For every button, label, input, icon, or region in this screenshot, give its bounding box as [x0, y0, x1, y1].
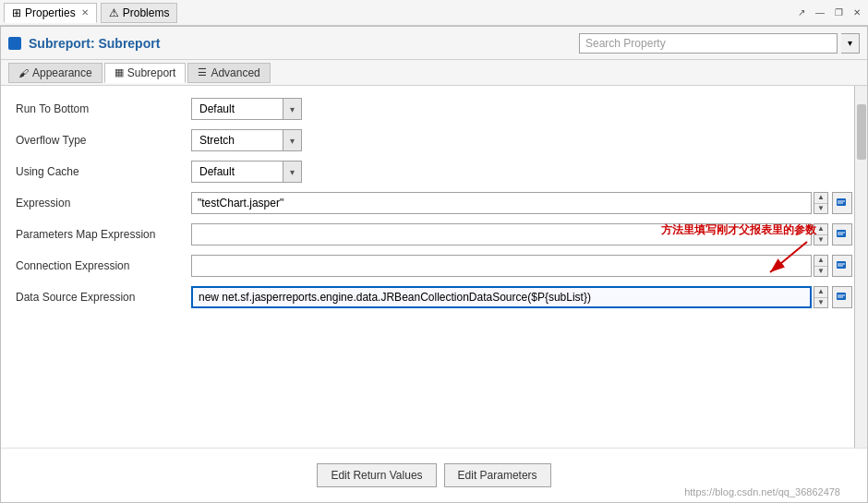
params-map-edit-icon	[836, 229, 849, 240]
expression-scroll-down[interactable]: ▼	[814, 204, 827, 214]
connection-expr-edit-icon	[836, 260, 849, 271]
watermark: https://blog.csdn.net/qq_36862478	[684, 486, 840, 497]
connection-expr-edit-button[interactable]	[832, 255, 852, 277]
run-to-bottom-row: Run To Bottom Default ▾	[16, 97, 852, 121]
overflow-type-label: Overflow Type	[16, 134, 191, 147]
using-cache-select[interactable]: Default ▾	[191, 161, 302, 183]
svg-rect-6	[837, 261, 846, 269]
data-source-expr-edit-icon	[836, 292, 849, 303]
using-cache-arrow[interactable]: ▾	[283, 162, 301, 182]
content-area: Run To Bottom Default ▾ Overflow Type St…	[1, 86, 867, 448]
using-cache-value: Default	[192, 163, 283, 180]
data-source-expr-input-wrap: ▲ ▼	[191, 286, 828, 308]
data-source-expr-scroll-up[interactable]: ▲	[814, 287, 827, 298]
svg-rect-9	[837, 293, 846, 300]
data-source-expr-edit-button[interactable]	[832, 286, 852, 308]
advanced-tab-icon: ☰	[198, 66, 207, 78]
connection-expr-label: Connection Expression	[16, 259, 191, 272]
tab-advanced[interactable]: ☰ Advanced	[187, 63, 270, 83]
problems-tab-label: Problems	[123, 6, 170, 19]
scrollbar-thumb[interactable]	[857, 104, 866, 160]
using-cache-row: Using Cache Default ▾	[16, 160, 852, 184]
panel-title: Subreport: Subreport	[8, 36, 160, 51]
scrollbar-track	[854, 86, 867, 448]
data-source-expr-row: Data Source Expression ▲ ▼	[16, 285, 852, 309]
run-to-bottom-control: Default ▾	[191, 98, 852, 120]
run-to-bottom-value: Default	[192, 101, 283, 117]
params-map-scroll-down[interactable]: ▼	[814, 235, 827, 246]
expression-input[interactable]	[191, 192, 812, 214]
advanced-tab-label: Advanced	[211, 66, 259, 79]
svg-line-13	[770, 242, 807, 272]
expression-scroll-up[interactable]: ▲	[814, 193, 827, 204]
tab-subreport[interactable]: ▦ Subreport	[104, 63, 187, 83]
svg-rect-3	[837, 230, 846, 237]
problems-tab-icon: ⚠	[109, 6, 119, 19]
subreport-icon	[8, 37, 21, 50]
expression-control: ▲ ▼	[191, 192, 852, 214]
search-box: ▾	[579, 33, 860, 54]
svg-rect-0	[837, 198, 846, 206]
overflow-type-row: Overflow Type Stretch ▾	[16, 128, 852, 152]
close-button[interactable]: ✕	[850, 6, 864, 20]
appearance-tab-icon: 🖌	[18, 67, 29, 78]
properties-tab-label: Properties	[25, 6, 76, 19]
tab-problems[interactable]: ⚠ Problems	[101, 3, 178, 23]
expression-row: Expression ▲ ▼	[16, 191, 852, 215]
params-map-edit-button[interactable]	[832, 223, 852, 246]
params-map-label: Parameters Map Expression	[16, 228, 191, 241]
panel-title-text: Subreport: Subreport	[29, 36, 160, 51]
overflow-type-value: Stretch	[192, 132, 283, 149]
properties-tab-close[interactable]: ✕	[81, 7, 89, 18]
tab-properties[interactable]: ⊞ Properties ✕	[4, 3, 97, 23]
restore-button[interactable]: ↗	[794, 6, 809, 20]
expression-label: Expression	[16, 197, 191, 210]
expression-input-wrap: ▲ ▼	[191, 192, 828, 214]
using-cache-control: Default ▾	[191, 161, 852, 183]
search-dropdown-button[interactable]: ▾	[841, 33, 860, 54]
run-to-bottom-arrow[interactable]: ▾	[283, 99, 301, 119]
overflow-type-control: Stretch ▾	[191, 129, 852, 151]
data-source-expr-scroll: ▲ ▼	[814, 286, 828, 308]
maximize-button[interactable]: ❐	[831, 6, 846, 20]
properties-panel: Subreport: Subreport ▾ 🖌 Appearance ▦ Su…	[0, 26, 868, 503]
run-to-bottom-label: Run To Bottom	[16, 102, 191, 115]
minimize-button[interactable]: —	[813, 6, 827, 20]
using-cache-label: Using Cache	[16, 165, 191, 178]
annotation-arrow-svg	[761, 240, 816, 277]
annotation: 方法里填写刚才父报表里的参数	[661, 222, 816, 277]
inner-tabs-bar: 🖌 Appearance ▦ Subreport ☰ Advanced	[1, 60, 867, 86]
edit-parameters-button[interactable]: Edit Parameters	[444, 463, 551, 487]
data-source-expr-scroll-down[interactable]: ▼	[814, 298, 827, 308]
search-input[interactable]	[579, 33, 838, 54]
overflow-type-arrow[interactable]: ▾	[283, 130, 301, 150]
title-bar: ⊞ Properties ✕ ⚠ Problems ↗ — ❐ ✕	[0, 0, 868, 26]
expression-edit-button[interactable]	[832, 192, 852, 214]
properties-tab-icon: ⊞	[12, 6, 21, 19]
panel-header: Subreport: Subreport ▾	[1, 27, 867, 60]
expression-edit-icon	[836, 198, 849, 209]
run-to-bottom-select[interactable]: Default ▾	[191, 98, 302, 120]
appearance-tab-label: Appearance	[32, 66, 92, 79]
data-source-expr-label: Data Source Expression	[16, 291, 191, 304]
overflow-type-select[interactable]: Stretch ▾	[191, 129, 302, 151]
subreport-tab-icon: ▦	[115, 66, 124, 78]
subreport-tab-label: Subreport	[127, 66, 176, 79]
params-map-scroll-up[interactable]: ▲	[814, 224, 827, 235]
connection-expr-scroll-down[interactable]: ▼	[814, 267, 827, 277]
data-source-expr-input[interactable]	[191, 286, 812, 308]
tab-appearance[interactable]: 🖌 Appearance	[8, 63, 102, 83]
edit-return-values-button[interactable]: Edit Return Values	[317, 463, 436, 487]
annotation-text: 方法里填写刚才父报表里的参数	[661, 222, 816, 238]
data-source-expr-control: ▲ ▼	[191, 286, 852, 308]
connection-expr-scroll-up[interactable]: ▲	[814, 256, 827, 267]
title-bar-left: ⊞ Properties ✕ ⚠ Problems	[4, 3, 792, 23]
expression-scroll: ▲ ▼	[814, 192, 828, 214]
title-bar-right: ↗ — ❐ ✕	[794, 6, 864, 20]
